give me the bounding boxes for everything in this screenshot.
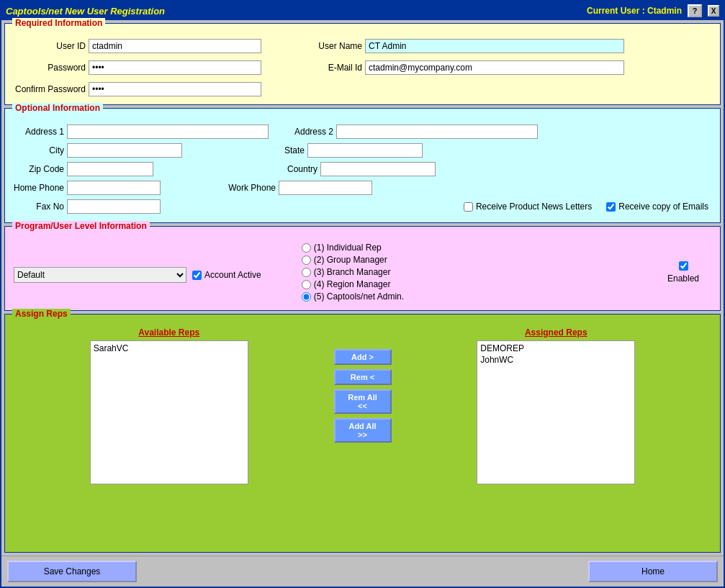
workphone-field: Work Phone xyxy=(218,181,372,195)
required-section-title: Required Information xyxy=(12,18,105,28)
workphone-label: Work Phone xyxy=(218,183,276,193)
radio-group-manager-input[interactable] xyxy=(302,255,311,265)
userid-field-row: User ID xyxy=(14,39,261,53)
app-window: Captools/net New User Registration Curre… xyxy=(0,0,725,588)
email-input[interactable] xyxy=(365,60,624,75)
userid-input[interactable] xyxy=(89,39,261,53)
assign-section-title: Assign Reps xyxy=(12,309,71,319)
confirm-password-field-row: Confirm Password xyxy=(14,82,261,96)
program-select[interactable]: Default xyxy=(14,267,186,283)
address1-label: Address 1 xyxy=(14,127,64,137)
state-field: State xyxy=(269,143,423,158)
newsletter-checkbox[interactable] xyxy=(464,202,473,212)
radio-region-manager: (4) Region Manager xyxy=(302,279,649,289)
assigned-rep-johnwc[interactable]: JohnWC xyxy=(479,354,633,366)
required-section: Required Information User ID User Name P… xyxy=(4,23,721,105)
available-reps-label: Available Reps xyxy=(138,327,199,338)
password-label: Password xyxy=(14,63,86,73)
add-button[interactable]: Add > xyxy=(334,349,392,365)
save-changes-button[interactable]: Save Changes xyxy=(7,561,137,582)
state-label: State xyxy=(269,145,305,155)
assign-inner: Available Reps SarahVC Add > Rem < Rem A… xyxy=(8,325,717,487)
city-label: City xyxy=(14,145,64,155)
copy-emails-label: Receive copy of Emails xyxy=(618,202,708,212)
assigned-rep-demorep[interactable]: DEMOREP xyxy=(479,343,633,354)
assign-section: Assign Reps Available Reps SarahVC Add >… xyxy=(4,314,721,553)
zip-input[interactable] xyxy=(67,162,153,176)
assigned-reps-col: Assigned Reps DEMOREP JohnWC xyxy=(401,327,712,484)
radio-admin-label: (5) Captools/net Admin. xyxy=(314,291,404,302)
account-active-checkbox[interactable] xyxy=(192,271,202,280)
workphone-input[interactable] xyxy=(279,181,372,195)
account-active-label: Account Active xyxy=(204,270,261,280)
username-label: User Name xyxy=(290,41,362,51)
radio-individual-rep-input[interactable] xyxy=(302,243,311,253)
address1-field: Address 1 xyxy=(14,125,269,139)
radio-admin-input[interactable] xyxy=(302,292,311,302)
fax-label: Fax No xyxy=(14,202,64,212)
title-bar-right: Current User : Ctadmin ? X xyxy=(587,4,719,17)
homephone-field: Home Phone xyxy=(14,181,161,195)
radio-region-manager-input[interactable] xyxy=(302,280,311,289)
program-section-title: Program/User Level Information xyxy=(12,221,150,231)
available-reps-listbox[interactable]: SarahVC xyxy=(90,340,248,484)
radio-group-manager-label: (2) Group Manager xyxy=(314,255,387,265)
address2-input[interactable] xyxy=(336,125,538,139)
home-button[interactable]: Home xyxy=(588,561,718,582)
newsletter-label: Receive Product News Letters xyxy=(476,202,592,212)
homephone-label: Home Phone xyxy=(14,183,64,193)
current-user-label: Current User : Ctadmin xyxy=(587,6,682,16)
country-input[interactable] xyxy=(320,162,436,176)
fax-field: Fax No xyxy=(14,199,161,214)
optional-section-title: Optional Information xyxy=(12,103,103,113)
fax-input[interactable] xyxy=(67,199,161,214)
radio-individual-rep: (1) Individual Rep xyxy=(302,243,649,253)
city-field: City xyxy=(14,143,182,158)
enabled-label: Enabled xyxy=(667,273,699,284)
close-button[interactable]: X xyxy=(708,5,719,17)
confirm-password-label: Confirm Password xyxy=(14,84,86,94)
main-content: Required Information User ID User Name P… xyxy=(1,20,724,556)
app-title: Captools/net New User Registration xyxy=(6,6,165,17)
title-bar: Captools/net New User Registration Curre… xyxy=(1,1,724,20)
password-field-row: Password xyxy=(14,60,261,75)
enabled-checkbox[interactable] xyxy=(679,261,688,271)
userid-label: User ID xyxy=(14,41,86,51)
program-section: Program/User Level Information Select Pr… xyxy=(4,226,721,311)
address1-input[interactable] xyxy=(67,125,269,139)
rem-all-button[interactable]: Rem All << xyxy=(334,389,392,414)
password-input[interactable] xyxy=(89,60,261,75)
assigned-reps-label: Assigned Reps xyxy=(525,327,587,338)
zip-field: Zip Code xyxy=(14,162,153,176)
radio-branch-manager-input[interactable] xyxy=(302,268,311,277)
bottom-bar: Save Changes Home xyxy=(1,556,724,587)
copy-emails-checkbox[interactable] xyxy=(606,202,616,212)
homephone-input[interactable] xyxy=(67,181,161,195)
state-input[interactable] xyxy=(307,143,423,158)
newsletter-checkbox-item: Receive Product News Letters xyxy=(464,202,592,212)
rem-button[interactable]: Rem < xyxy=(334,369,392,385)
confirm-password-input[interactable] xyxy=(89,82,261,96)
copy-emails-checkbox-item: Receive copy of Emails xyxy=(606,202,708,212)
country-field: Country xyxy=(274,162,436,176)
radio-branch-manager-label: (3) Branch Manager xyxy=(314,267,391,277)
zip-label: Zip Code xyxy=(14,164,64,174)
username-field-row: User Name xyxy=(290,39,624,53)
radio-individual-rep-label: (1) Individual Rep xyxy=(314,243,382,253)
radio-admin: (5) Captools/net Admin. xyxy=(302,291,649,302)
radio-group-manager: (2) Group Manager xyxy=(302,255,649,265)
email-field-row: E-Mail Id xyxy=(290,60,624,75)
available-rep-sarahvc[interactable]: SarahVC xyxy=(92,343,246,354)
add-all-button[interactable]: Add All >> xyxy=(334,418,392,443)
address2-field: Address 2 xyxy=(283,125,538,139)
optional-section: Optional Information Address 1 Address 2 xyxy=(4,108,721,223)
available-reps-col: Available Reps SarahVC xyxy=(14,327,325,484)
username-input[interactable] xyxy=(365,39,624,53)
assigned-reps-listbox[interactable]: DEMOREP JohnWC xyxy=(477,340,635,484)
assign-buttons: Add > Rem < Rem All << Add All >> xyxy=(330,327,395,443)
help-button[interactable]: ? xyxy=(688,4,702,17)
radio-branch-manager: (3) Branch Manager xyxy=(302,267,649,277)
address2-label: Address 2 xyxy=(283,127,333,137)
country-label: Country xyxy=(274,164,318,174)
city-input[interactable] xyxy=(67,143,182,158)
